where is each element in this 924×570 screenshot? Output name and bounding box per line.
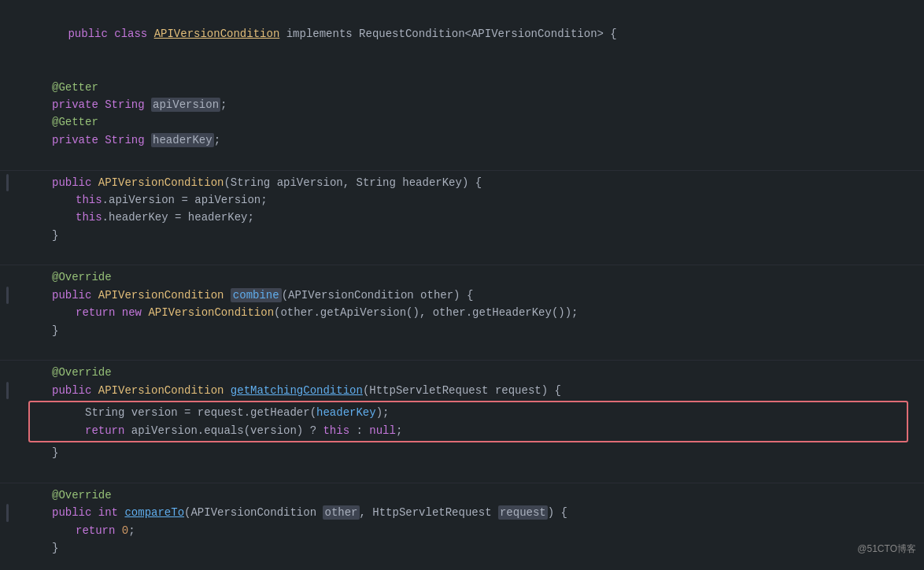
code-line-getHeader: String version = request.getHeader(heade… — [35, 404, 902, 421]
code-line-return-this: return apiVersion.equals(version) ? this… — [35, 422, 902, 439]
code-line-getter2: @Getter — [0, 113, 924, 131]
highlighted-block: String version = request.getHeader(heade… — [28, 401, 908, 442]
blank-line — [0, 339, 924, 357]
watermark: @51CTO博客 — [857, 542, 916, 557]
blank-line — [0, 149, 924, 166]
code-line-constructor: public APIVersionCondition(String apiVer… — [0, 174, 924, 191]
code-line-return-zero: return 0; — [0, 522, 924, 539]
code-line-close-combine: } — [0, 322, 924, 339]
divider — [0, 265, 924, 265]
bracket-indicator — [6, 504, 9, 521]
divider — [0, 360, 924, 361]
code-line-this-headerkey: this.headerKey = headerKey; — [0, 209, 924, 226]
code-line-apiversion: private String apiVersion; — [0, 96, 924, 113]
code-line-headerkey: private String headerKey; — [0, 131, 924, 149]
code-line-this-apiversion: this.apiVersion = apiVersion; — [0, 191, 924, 209]
bracket-indicator — [6, 174, 9, 191]
code-line-getmatching: public APIVersionCondition getMatchingCo… — [0, 382, 924, 399]
code-line-close-compareto: } — [0, 539, 924, 557]
divider — [0, 483, 924, 483]
code-line-1: public class APIVersionCondition impleme… — [0, 8, 924, 61]
code-line-return-new: return new APIVersionCondition(other.get… — [0, 304, 924, 321]
blank-line — [0, 61, 924, 78]
code-line-override2: @Override — [0, 364, 924, 381]
code-line-compareto: public int compareTo(APIVersionCondition… — [0, 504, 924, 521]
code-line-getter1: @Getter — [0, 79, 924, 96]
blank-line — [0, 461, 924, 479]
code-line-close-getmatching: } — [0, 444, 924, 461]
divider — [0, 170, 924, 171]
code-line-close-constructor: } — [0, 227, 924, 244]
code-editor: public class APIVersionCondition impleme… — [0, 0, 924, 564]
code-line-override3: @Override — [0, 487, 924, 504]
code-line-combine: public APIVersionCondition combine(APIVe… — [0, 287, 924, 304]
code-line-override1: @Override — [0, 268, 924, 286]
bracket-indicator — [6, 287, 9, 304]
bracket-indicator — [6, 382, 9, 399]
blank-line — [0, 244, 924, 261]
